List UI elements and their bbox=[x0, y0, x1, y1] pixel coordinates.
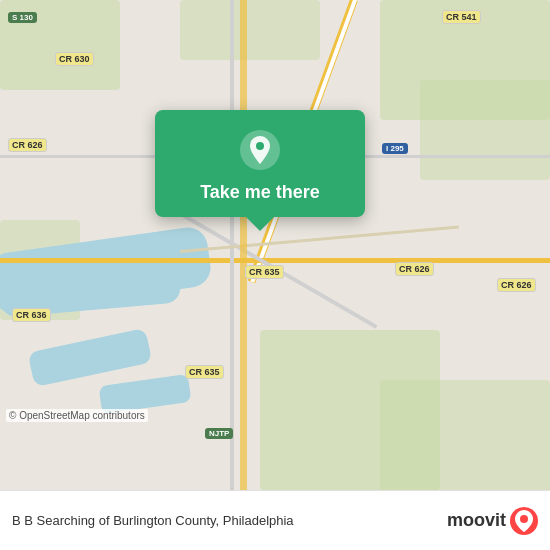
location-pin-icon bbox=[238, 128, 282, 172]
road-label-cr626-2: CR 626 bbox=[395, 262, 434, 276]
green-area-4 bbox=[420, 80, 550, 180]
road-label-cr541: CR 541 bbox=[442, 10, 481, 24]
popup-card[interactable]: Take me there bbox=[155, 110, 365, 217]
svg-point-1 bbox=[256, 142, 264, 150]
road-label-njtp: NJTP bbox=[205, 428, 233, 439]
moovit-logo: moovit bbox=[447, 507, 538, 535]
bottom-bar: B B Searching of Burlington County, Phil… bbox=[0, 490, 550, 550]
road-label-cr626-1: CR 626 bbox=[8, 138, 47, 152]
moovit-icon bbox=[510, 507, 538, 535]
green-area-2 bbox=[180, 0, 320, 60]
road-label-cr630: CR 630 bbox=[55, 52, 94, 66]
road-label-s130: S 130 bbox=[8, 12, 37, 23]
svg-point-2 bbox=[520, 515, 528, 523]
take-me-there-button[interactable]: Take me there bbox=[200, 182, 320, 203]
map-container: S 130 CR 630 CR 626 CR 635 CR 626 CR 636… bbox=[0, 0, 550, 490]
road-label-cr635-1: CR 635 bbox=[245, 265, 284, 279]
road-label-cr636: CR 636 bbox=[12, 308, 51, 322]
map-attribution: © OpenStreetMap contributors bbox=[6, 409, 148, 422]
road-h1 bbox=[0, 258, 550, 263]
moovit-logo-container: moovit bbox=[447, 507, 538, 535]
green-area-6 bbox=[380, 380, 550, 490]
road-label-cr635-2: CR 635 bbox=[185, 365, 224, 379]
moovit-text: moovit bbox=[447, 510, 506, 531]
road-label-cr626-3: CR 626 bbox=[497, 278, 536, 292]
location-title: B B Searching of Burlington County, Phil… bbox=[12, 513, 294, 528]
njtp-road bbox=[240, 0, 247, 490]
moovit-pin-svg bbox=[515, 510, 533, 532]
road-label-i295: I 295 bbox=[382, 143, 408, 154]
